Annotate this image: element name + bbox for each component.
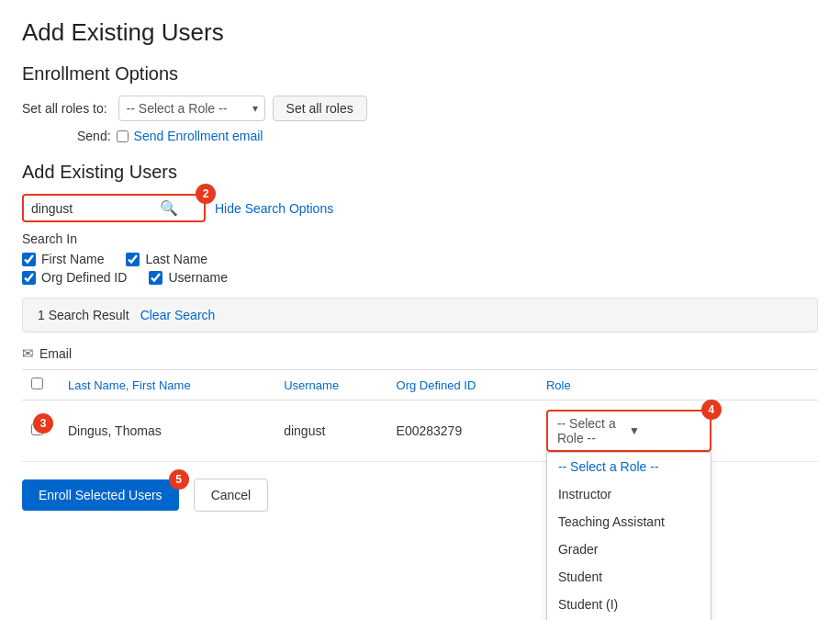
role-dropdown-container: -- Select a Role -- ▼ -- Select a Role -… — [546, 410, 711, 452]
add-existing-users-section: Add Existing Users 🔍 2 Hide Search Optio… — [22, 162, 818, 285]
enrollment-options-heading: Enrollment Options — [22, 63, 818, 85]
enrollment-options-section: Enrollment Options Set all roles to: -- … — [22, 63, 818, 143]
search-option-orgid: Org Defined ID — [22, 270, 127, 285]
row-checkbox-cell: 3 — [22, 400, 59, 462]
search-in-section: Search In First Name Last Name Org Defin… — [22, 231, 818, 285]
search-bar-row: 🔍 2 Hide Search Options — [22, 194, 818, 222]
send-email-checkbox[interactable] — [117, 130, 129, 142]
header-role: Role — [537, 370, 818, 400]
role-option-student[interactable]: Student — [547, 563, 711, 591]
users-table: Last Name, First Name Username Org Defin… — [22, 369, 818, 462]
role-selected-value: -- Select a Role -- — [557, 416, 629, 445]
role-dropdown-list: -- Select a Role -- Instructor Teaching … — [546, 452, 711, 620]
results-bar: 1 Search Result Clear Search — [22, 298, 818, 333]
role-option-ta[interactable]: Teaching Assistant — [547, 508, 711, 535]
add-existing-users-heading: Add Existing Users — [22, 162, 818, 183]
table-row: 3 Dingus, Thomas dingust E00283279 -- Se… — [22, 400, 818, 462]
search-option-firstname: First Name — [22, 252, 104, 266]
table-header-row: Last Name, First Name Username Org Defin… — [22, 370, 818, 400]
set-all-roles-button[interactable]: Set all roles — [273, 96, 367, 121]
send-label: Send: — [77, 129, 111, 143]
search-options-row: First Name Last Name — [22, 252, 818, 266]
role-dropdown-button[interactable]: -- Select a Role -- ▼ — [546, 410, 711, 452]
send-enrollment-email-link[interactable]: Send Enrollment email — [134, 129, 263, 143]
search-options-row-2: Org Defined ID Username — [22, 270, 818, 285]
search-option-lastname: Last Name — [126, 252, 207, 266]
header-checkbox-col — [22, 370, 59, 400]
email-row: ✉ Email — [22, 345, 818, 362]
enroll-button-wrapper: Enroll Selected Users 5 — [22, 479, 179, 511]
set-all-roles-select[interactable]: -- Select a Role -- Instructor Teaching … — [118, 96, 265, 121]
role-option-grader[interactable]: Grader — [547, 535, 711, 563]
email-label: Email — [39, 346, 72, 361]
username-label: Username — [168, 270, 228, 285]
search-input-container: 🔍 2 — [22, 194, 206, 222]
step-badge-2: 2 — [196, 184, 216, 204]
row-last-first: Dingus, Thomas — [59, 400, 274, 462]
set-all-roles-label: Set all roles to: — [22, 101, 107, 116]
header-org-id: Org Defined ID — [387, 370, 537, 400]
role-select-wrapper: -- Select a Role -- Instructor Teaching … — [118, 96, 265, 121]
set-all-roles-row: Set all roles to: -- Select a Role -- In… — [22, 96, 818, 121]
row-role-cell: -- Select a Role -- ▼ -- Select a Role -… — [537, 400, 818, 462]
cancel-button[interactable]: Cancel — [194, 479, 269, 512]
search-input-wrapper: 🔍 — [22, 194, 206, 222]
header-last-first: Last Name, First Name — [59, 370, 274, 400]
step-badge-4: 4 — [701, 400, 722, 420]
orgid-checkbox[interactable] — [22, 271, 36, 285]
step-badge-3: 3 — [33, 413, 53, 434]
row-checkbox-wrapper: 3 — [31, 423, 43, 438]
lastname-label: Last Name — [145, 252, 207, 266]
firstname-checkbox[interactable] — [22, 253, 36, 266]
role-option-student-i[interactable]: Student (I) — [547, 591, 711, 618]
select-all-checkbox[interactable] — [31, 378, 43, 389]
header-username: Username — [274, 370, 386, 400]
search-option-username: Username — [149, 270, 228, 285]
username-checkbox[interactable] — [149, 271, 162, 285]
role-option-instructor[interactable]: Instructor — [547, 480, 711, 508]
email-icon: ✉ — [22, 345, 34, 362]
role-dropdown-wrapper: -- Select a Role -- ▼ -- Select a Role -… — [546, 410, 711, 452]
lastname-checkbox[interactable] — [126, 253, 140, 266]
clear-search-link[interactable]: Clear Search — [140, 308, 216, 322]
row-org-id: E00283279 — [387, 400, 537, 462]
firstname-label: First Name — [41, 252, 104, 266]
hide-search-options-link[interactable]: Hide Search Options — [215, 201, 333, 216]
search-icon[interactable]: 🔍 — [160, 199, 178, 217]
chevron-down-icon: ▼ — [629, 424, 700, 437]
send-email-row: Send: Send Enrollment email — [77, 129, 818, 143]
role-option-select[interactable]: -- Select a Role -- — [547, 453, 711, 480]
row-username: dingust — [274, 400, 386, 462]
search-in-label: Search In — [22, 231, 818, 246]
enroll-selected-users-button[interactable]: Enroll Selected Users — [22, 479, 179, 511]
orgid-label: Org Defined ID — [41, 270, 127, 285]
results-count: 1 Search Result — [38, 308, 129, 322]
search-input[interactable] — [31, 201, 160, 216]
step-badge-5: 5 — [169, 469, 189, 490]
page-title: Add Existing Users — [22, 18, 818, 47]
